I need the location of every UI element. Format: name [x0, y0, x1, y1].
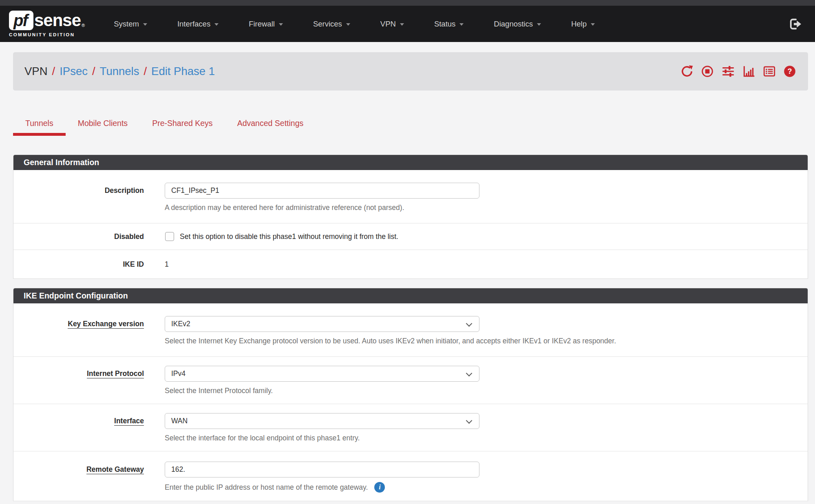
breadcrumb: VPN / IPsec / Tunnels / Edit Phase 1 [24, 65, 215, 78]
internet-protocol-select[interactable]: IPv4 [165, 366, 479, 382]
chevron-down-icon [466, 321, 473, 327]
ike-id-value: 1 [165, 260, 796, 269]
remote-gateway-help: Enter the public IP address or host name… [165, 483, 368, 492]
key-exchange-version-label: Key Exchange version [13, 316, 144, 345]
chevron-down-icon [346, 23, 350, 26]
breadcrumb-separator: / [48, 65, 60, 78]
remote-gateway-input[interactable] [165, 462, 479, 477]
ike-id-row: IKE ID 1 [13, 250, 808, 279]
description-input[interactable] [165, 183, 479, 199]
disabled-label: Disabled [13, 232, 144, 241]
menu-system[interactable]: System [99, 6, 162, 42]
chevron-down-icon [466, 418, 473, 424]
stop-icon[interactable] [700, 64, 714, 78]
menu-interfaces[interactable]: Interfaces [162, 6, 234, 42]
breadcrumb-section: VPN [24, 65, 48, 78]
chevron-down-icon [537, 23, 541, 26]
key-exchange-version-row: Key Exchange version IKEv2 Select the In… [13, 303, 808, 356]
info-icon[interactable]: i [374, 482, 385, 493]
pfsense-logo[interactable]: pf sense ® COMMUNITY EDITION [9, 11, 85, 37]
breadcrumb-separator: / [88, 65, 100, 78]
sense-logo-text: sense [34, 11, 81, 30]
internet-protocol-help: Select the Internet Protocol family. [165, 386, 796, 395]
refresh-icon[interactable] [680, 64, 694, 78]
chevron-down-icon [466, 370, 473, 377]
breadcrumb-link-tunnels[interactable]: Tunnels [100, 65, 139, 78]
navbar: pf sense ® COMMUNITY EDITION System Inte… [0, 6, 815, 42]
interface-select[interactable]: WAN [165, 413, 479, 429]
log-list-icon[interactable] [762, 64, 776, 78]
tab-tunnels[interactable]: Tunnels [13, 108, 66, 136]
description-label: Description [13, 183, 144, 212]
sign-out-icon[interactable] [788, 17, 803, 31]
breadcrumb-separator: / [139, 65, 151, 78]
interface-row: Interface WAN Select the interface for t… [13, 404, 808, 451]
interface-label: Interface [13, 413, 144, 442]
tab-advanced-settings[interactable]: Advanced Settings [225, 108, 316, 136]
sliders-icon[interactable] [721, 64, 735, 78]
description-row: Description A description may be entered… [13, 170, 808, 223]
chevron-down-icon [400, 23, 404, 26]
registered-mark: ® [82, 23, 85, 28]
main-menu: System Interfaces Firewall Services VPN … [99, 6, 610, 42]
key-exchange-version-value: IKEv2 [171, 320, 190, 328]
description-help: A description may be entered here for ad… [165, 203, 796, 212]
window-top-strip [0, 0, 815, 6]
chevron-down-icon [459, 23, 464, 26]
ike-endpoint-configuration-panel: IKE Endpoint Configuration Key Exchange … [13, 288, 808, 501]
remote-gateway-row: Remote Gateway Enter the public IP addre… [13, 451, 808, 501]
page-toolbar: ? [680, 64, 797, 78]
chevron-down-icon [591, 23, 595, 26]
chevron-down-icon [279, 23, 283, 26]
key-exchange-version-select[interactable]: IKEv2 [165, 316, 479, 332]
menu-firewall[interactable]: Firewall [234, 6, 298, 42]
tab-pre-shared-keys[interactable]: Pre-Shared Keys [140, 108, 225, 136]
ike-id-label: IKE ID [13, 260, 144, 269]
menu-status[interactable]: Status [419, 6, 479, 42]
help-icon[interactable]: ? [783, 64, 797, 78]
key-exchange-version-help: Select the Internet Key Exchange protoco… [165, 336, 796, 345]
internet-protocol-label: Internet Protocol [13, 366, 144, 395]
general-information-panel: General Information Description A descri… [13, 155, 808, 279]
remote-gateway-label: Remote Gateway [13, 462, 144, 493]
tab-bar: Tunnels Mobile Clients Pre-Shared Keys A… [13, 108, 815, 136]
pf-logo-box: pf [9, 11, 33, 30]
page-header-bar: VPN / IPsec / Tunnels / Edit Phase 1 [13, 52, 808, 91]
tab-mobile-clients[interactable]: Mobile Clients [66, 108, 140, 136]
bar-chart-icon[interactable] [742, 64, 756, 78]
panel-title: General Information [13, 155, 808, 170]
breadcrumb-link-edit-phase1[interactable]: Edit Phase 1 [151, 65, 215, 78]
menu-vpn[interactable]: VPN [365, 6, 419, 42]
chevron-down-icon [143, 23, 147, 26]
svg-text:?: ? [787, 67, 792, 75]
chevron-down-icon [214, 23, 219, 26]
internet-protocol-value: IPv4 [171, 369, 186, 378]
menu-help[interactable]: Help [556, 6, 610, 42]
interface-value: WAN [171, 417, 188, 425]
panel-title: IKE Endpoint Configuration [13, 288, 808, 303]
breadcrumb-link-ipsec[interactable]: IPsec [60, 65, 88, 78]
disabled-checkbox-text: Set this option to disable this phase1 w… [180, 232, 398, 241]
menu-diagnostics[interactable]: Diagnostics [479, 6, 556, 42]
interface-help: Select the interface for the local endpo… [165, 433, 796, 442]
disabled-row: Disabled Set this option to disable this… [13, 223, 808, 250]
community-edition-label: COMMUNITY EDITION [9, 32, 85, 37]
menu-services[interactable]: Services [298, 6, 365, 42]
disabled-checkbox[interactable] [165, 232, 174, 241]
internet-protocol-row: Internet Protocol IPv4 Select the Intern… [13, 356, 808, 404]
